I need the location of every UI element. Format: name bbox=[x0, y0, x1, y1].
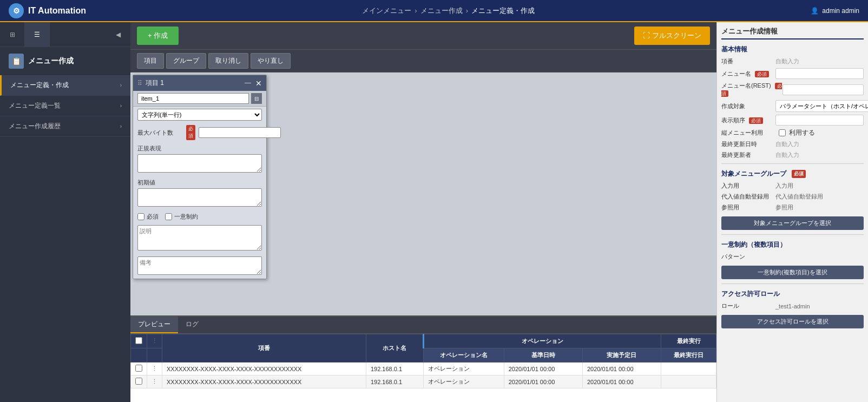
sidebar-item-menu-create[interactable]: メニュー定義・作成 › bbox=[0, 75, 130, 96]
row-checkbox-2[interactable] bbox=[135, 378, 142, 385]
sidebar: ⊞ ☰ ◀ 📋 メニュー作成 メニュー定義・作成 › メニュー定義一覧 › メニ… bbox=[0, 22, 130, 402]
regex-input[interactable] bbox=[137, 154, 262, 173]
desc-input[interactable] bbox=[137, 225, 262, 251]
desc-section bbox=[133, 223, 266, 254]
user-icon: 👤 bbox=[811, 7, 819, 15]
app-title: IT Automation bbox=[28, 6, 86, 16]
required-badge-maxbytes: 必須 bbox=[186, 125, 195, 140]
table-header-lastexec: 最終実行 bbox=[661, 334, 716, 348]
required-checkbox-label[interactable]: 必須 bbox=[137, 213, 159, 221]
sidebar-grid-icon[interactable]: ⊞ bbox=[0, 22, 25, 47]
content-area: + 作成 ⛶ フルスクリーン 項目 グループ 取り消し やり直し ⠿ 項目 1 … bbox=[130, 22, 716, 402]
autoreg-group-value: 代入値自動登録用 bbox=[775, 193, 864, 201]
item-panel-header: ⠿ 項目 1 — ✕ bbox=[133, 75, 266, 91]
sidebar-item-menu-history[interactable]: メニュー作成履歴 › bbox=[0, 116, 130, 137]
field-row-menuname: メニュー名 必須 bbox=[721, 68, 864, 79]
menuname-input[interactable] bbox=[775, 68, 864, 79]
max-bytes-input[interactable] bbox=[199, 127, 281, 138]
menuname-rest-input[interactable] bbox=[782, 84, 864, 95]
sidebar-item-menu-list[interactable]: メニュー定義一覧 › bbox=[0, 96, 130, 116]
canvas-area: ⠿ 項目 1 — ✕ ⊟ 文 bbox=[130, 73, 716, 315]
input-group-label: 入力用 bbox=[721, 182, 775, 190]
right-panel: メニュー作成情報 基本情報 項番 自動入力 メニュー名 必須 メニュー名(RES… bbox=[716, 22, 868, 402]
panel-close-icon[interactable]: ✕ bbox=[255, 79, 262, 88]
role-label: ロール bbox=[721, 302, 775, 310]
ref-group-label: 参照用 bbox=[721, 203, 775, 212]
field-row-ref-group: 参照用 参照用 bbox=[721, 203, 864, 212]
create-button[interactable]: + 作成 bbox=[137, 27, 179, 45]
regex-label: 正規表現 bbox=[137, 144, 262, 153]
row-dots-2: ⋮ bbox=[147, 375, 162, 388]
breadcrumb-item-1[interactable]: メインメニュー bbox=[362, 6, 411, 16]
sidebar-title-area: 📋 メニュー作成 bbox=[0, 47, 130, 75]
vertical-menu-checkbox[interactable] bbox=[779, 129, 786, 136]
fullscreen-button[interactable]: ⛶ フルスクリーン bbox=[634, 27, 710, 45]
preview-table-container: ⋮ 項番 ホスト名 オペレーション 最終実行 オペレーション名 基準日時 実施予… bbox=[130, 334, 716, 402]
divider-3 bbox=[721, 284, 864, 284]
table-subheader-cb bbox=[131, 348, 147, 363]
panel-collapse-icon[interactable]: — bbox=[245, 79, 251, 88]
breadcrumb: メインメニュー › メニュー作成 › メニュー定義・作成 bbox=[362, 6, 535, 16]
lastupdater-label: 最終更新者 bbox=[721, 151, 775, 159]
sidebar-collapse-icon[interactable]: ◀ bbox=[106, 22, 130, 47]
breadcrumb-item-2[interactable]: メニュー作成 bbox=[420, 6, 463, 16]
unique-checkbox[interactable] bbox=[165, 213, 172, 220]
field-row-displayorder: 表示順序 必須 bbox=[721, 115, 864, 126]
select-role-button[interactable]: アクセス許可ロールを選択 bbox=[721, 315, 864, 328]
item-name-input[interactable] bbox=[137, 93, 249, 104]
table-header-dots: ⋮ bbox=[147, 334, 162, 348]
drag-handle-icon: ⠿ bbox=[137, 80, 142, 87]
sidebar-title-text: メニュー作成 bbox=[28, 56, 74, 66]
item-panel-title: 項目 1 bbox=[146, 78, 164, 88]
field-row-lastupdater: 最終更新者 自動入力 bbox=[721, 151, 864, 159]
displayorder-input[interactable] bbox=[775, 115, 864, 126]
row-id-1: XXXXXXXX-XXXX-XXXX-XXXX-XXXXXXXXXXXX bbox=[162, 363, 366, 375]
menuname-label: メニュー名 必須 bbox=[721, 70, 775, 78]
default-input[interactable] bbox=[137, 188, 262, 207]
displayorder-label: 表示順序 必須 bbox=[721, 116, 775, 124]
select-unique-button[interactable]: 一意制約(複数項目)を選択 bbox=[721, 266, 864, 279]
required-checkbox[interactable] bbox=[137, 213, 144, 220]
lastupdated-value: 自動入力 bbox=[775, 140, 864, 148]
sidebar-list-icon[interactable]: ☰ bbox=[25, 22, 50, 47]
unique-checkbox-label[interactable]: 一意制約 bbox=[165, 213, 198, 221]
row-host-1: 192.168.0.1 bbox=[366, 363, 423, 375]
select-menu-group-button[interactable]: 対象メニューグループを選択 bbox=[721, 216, 864, 230]
autoreg-group-label: 代入値自動登録用 bbox=[721, 193, 775, 201]
item-name-collapse-btn[interactable]: ⊟ bbox=[251, 93, 262, 104]
lastupdater-value: 自動入力 bbox=[775, 151, 864, 159]
input-group-value: 入力用 bbox=[775, 182, 864, 190]
field-row-itemno: 項番 自動入力 bbox=[721, 57, 864, 65]
right-panel-title: メニュー作成情報 bbox=[721, 27, 864, 39]
field-row-lastupdated: 最終更新日時 自動入力 bbox=[721, 140, 864, 148]
checkbox-row: 必須 一意制約 bbox=[133, 210, 266, 223]
breadcrumb-item-3: メニュー定義・作成 bbox=[471, 6, 535, 16]
select-all-checkbox[interactable] bbox=[135, 337, 142, 344]
vertical-menu-label: 縦メニュー利用 bbox=[721, 129, 775, 137]
itemno-value: 自動入力 bbox=[775, 57, 864, 65]
vertical-menu-row: 縦メニュー利用 利用する bbox=[721, 128, 864, 137]
tab-log[interactable]: ログ bbox=[178, 317, 206, 333]
redo-button[interactable]: やり直し bbox=[251, 53, 291, 69]
field-row-menuname-rest: メニュー名(REST) 必須 bbox=[721, 82, 864, 97]
app-logo-icon: ⚙ bbox=[9, 3, 24, 18]
row-checkbox-1[interactable] bbox=[135, 365, 142, 372]
ref-input[interactable] bbox=[137, 256, 262, 275]
row-lastexec-1 bbox=[661, 363, 716, 375]
user-area[interactable]: 👤 admin admin bbox=[811, 7, 859, 15]
table-header-execdate: 実施予定日 bbox=[582, 348, 661, 363]
row-op-1: オペレーション bbox=[424, 363, 504, 375]
item-button[interactable]: 項目 bbox=[137, 53, 164, 69]
undo-button[interactable]: 取り消し bbox=[208, 53, 248, 69]
chevron-right-icon-3: › bbox=[120, 123, 122, 129]
group-button[interactable]: グループ bbox=[166, 53, 206, 69]
unique-constraint-header: 一意制約（複数項目） bbox=[721, 240, 864, 249]
item-type-select[interactable]: 文字列(単一行) 文字列(複数行) 整数 小数 日時 プルダウン選択 bbox=[137, 109, 262, 121]
chevron-right-icon-2: › bbox=[120, 103, 122, 109]
target-select[interactable]: パラメータシート（ホスト/オペレーションあ bbox=[775, 100, 868, 112]
row-host-2: 192.168.0.1 bbox=[366, 375, 423, 388]
max-bytes-label: 最大バイト数 bbox=[137, 129, 181, 137]
tab-preview[interactable]: プレビュー bbox=[130, 317, 178, 333]
ref-group-value: 参照用 bbox=[775, 203, 864, 212]
target-menu-group-header: 対象メニューグループ 必須 bbox=[721, 169, 864, 179]
